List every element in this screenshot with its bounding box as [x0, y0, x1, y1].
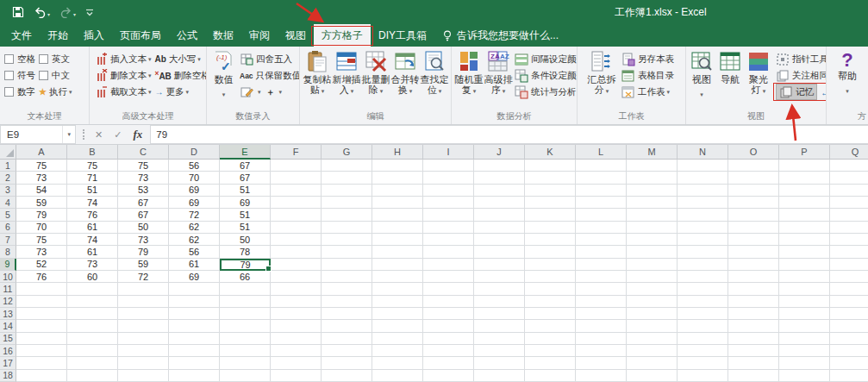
cell-P18[interactable]: [779, 370, 830, 382]
cell-I15[interactable]: [423, 333, 474, 345]
cell-K12[interactable]: [525, 296, 576, 308]
tab-diy-toolbox[interactable]: DIY工具箱: [371, 24, 434, 47]
cell-G12[interactable]: [322, 296, 372, 308]
cell-C12[interactable]: [118, 296, 169, 308]
cell-L9[interactable]: [576, 259, 627, 271]
cell-O16[interactable]: [728, 345, 779, 357]
cell-I6[interactable]: [423, 222, 474, 234]
cell-Q16[interactable]: [830, 345, 868, 357]
cell-H1[interactable]: [372, 160, 423, 172]
cell-G17[interactable]: [322, 357, 372, 369]
enter-icon[interactable]: ✓: [114, 129, 122, 141]
formula-bar-handle[interactable]: [78, 129, 84, 140]
insert-text-button[interactable]: 插入文本: [94, 51, 152, 67]
cell-M2[interactable]: [627, 172, 678, 184]
cell-O13[interactable]: [728, 308, 779, 320]
column-header-A[interactable]: A: [16, 145, 67, 160]
cell-C16[interactable]: [118, 345, 169, 357]
row-header-13[interactable]: 13: [0, 308, 16, 320]
cell-C7[interactable]: 73: [118, 234, 169, 246]
row-header-12[interactable]: 12: [0, 296, 16, 308]
cell-A4[interactable]: 59: [16, 197, 67, 209]
cell-B1[interactable]: 75: [67, 160, 118, 172]
cell-J11[interactable]: [474, 283, 525, 295]
cell-H9[interactable]: [372, 259, 423, 271]
cell-G7[interactable]: [322, 234, 372, 246]
cell-K16[interactable]: [525, 345, 576, 357]
row-header-9[interactable]: 9: [0, 259, 16, 271]
cell-L6[interactable]: [576, 222, 627, 234]
column-header-L[interactable]: L: [576, 145, 627, 160]
cell-K3[interactable]: [525, 185, 576, 197]
merge-convert-button[interactable]: 合并转换: [390, 48, 420, 110]
sheet-toc-button[interactable]: 表格目录: [621, 67, 674, 84]
cell-E16[interactable]: [220, 345, 271, 357]
cell-M3[interactable]: [627, 185, 678, 197]
cell-I5[interactable]: [423, 209, 474, 221]
undo-button[interactable]: ▾: [34, 7, 50, 18]
cell-B10[interactable]: 60: [67, 271, 118, 283]
cell-L14[interactable]: [576, 320, 627, 332]
cell-M17[interactable]: [627, 357, 678, 369]
cell-I8[interactable]: [423, 246, 474, 258]
cell-I17[interactable]: [423, 357, 474, 369]
select-all-corner[interactable]: [0, 145, 16, 160]
cell-F6[interactable]: [271, 222, 322, 234]
cell-B3[interactable]: 51: [67, 185, 118, 197]
cell-M9[interactable]: [627, 259, 678, 271]
cell-M7[interactable]: [627, 234, 678, 246]
advanced-sort-button[interactable]: ZAAZ 高级排序: [484, 48, 513, 110]
row-header-14[interactable]: 14: [0, 320, 16, 332]
cell-F13[interactable]: [271, 308, 322, 320]
cell-O3[interactable]: [728, 185, 779, 197]
cell-N16[interactable]: [678, 345, 728, 357]
cell-N9[interactable]: [678, 259, 728, 271]
cell-H6[interactable]: [372, 222, 423, 234]
cell-L8[interactable]: [576, 246, 627, 258]
cell-O10[interactable]: [728, 271, 779, 283]
change-case-button[interactable]: Ab大小写: [155, 51, 207, 67]
cell-M1[interactable]: [627, 160, 678, 172]
cell-C11[interactable]: [118, 283, 169, 295]
cell-C14[interactable]: [118, 320, 169, 332]
cell-I7[interactable]: [423, 234, 474, 246]
cell-M18[interactable]: [627, 370, 678, 382]
cell-E12[interactable]: [220, 296, 271, 308]
cell-Q1[interactable]: [830, 160, 868, 172]
cell-E13[interactable]: [220, 308, 271, 320]
checkbox-chinese[interactable]: 中文: [39, 67, 72, 84]
cell-A7[interactable]: 75: [16, 234, 67, 246]
row-header-10[interactable]: 10: [0, 271, 16, 283]
cell-P6[interactable]: [779, 222, 830, 234]
cell-P14[interactable]: [779, 320, 830, 332]
cell-C2[interactable]: 73: [118, 172, 169, 184]
cell-D10[interactable]: 69: [169, 271, 220, 283]
cell-K7[interactable]: [525, 234, 576, 246]
row-header-16[interactable]: 16: [0, 345, 16, 357]
cell-F15[interactable]: [271, 333, 322, 345]
cell-C17[interactable]: [118, 357, 169, 369]
cell-P4[interactable]: [779, 197, 830, 209]
cell-J4[interactable]: [474, 197, 525, 209]
cell-G18[interactable]: [322, 370, 372, 382]
cell-G11[interactable]: [322, 283, 372, 295]
cell-M15[interactable]: [627, 333, 678, 345]
cell-J1[interactable]: [474, 160, 525, 172]
cell-O18[interactable]: [728, 370, 779, 382]
cell-K5[interactable]: [525, 209, 576, 221]
checkbox-icon[interactable]: [4, 54, 14, 64]
cell-Q5[interactable]: [830, 209, 868, 221]
row-header-5[interactable]: 5: [0, 209, 16, 221]
cell-C10[interactable]: 72: [118, 271, 169, 283]
stats-analysis-button[interactable]: 统计与分析: [515, 84, 578, 100]
cell-M10[interactable]: [627, 271, 678, 283]
cell-P12[interactable]: [779, 296, 830, 308]
cell-J3[interactable]: [474, 185, 525, 197]
cell-L11[interactable]: [576, 283, 627, 295]
cell-G2[interactable]: [322, 172, 372, 184]
cell-D2[interactable]: 70: [169, 172, 220, 184]
cell-I14[interactable]: [423, 320, 474, 332]
cell-G5[interactable]: [322, 209, 372, 221]
cell-C4[interactable]: 67: [118, 197, 169, 209]
cell-F8[interactable]: [271, 246, 322, 258]
